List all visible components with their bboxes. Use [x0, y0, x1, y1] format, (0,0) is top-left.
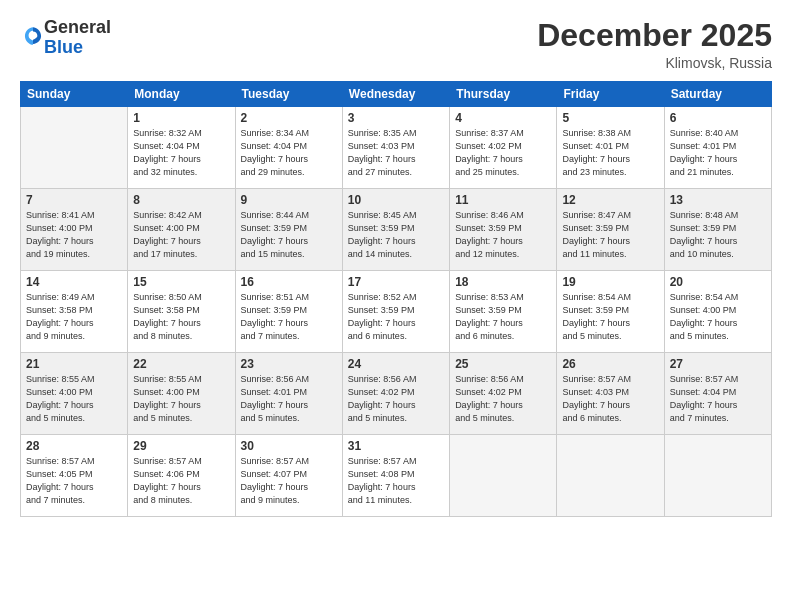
day-number: 11 [455, 193, 551, 207]
col-monday: Monday [128, 82, 235, 107]
day-number: 10 [348, 193, 444, 207]
day-number: 9 [241, 193, 337, 207]
table-row: 2Sunrise: 8:34 AM Sunset: 4:04 PM Daylig… [235, 107, 342, 189]
day-info: Sunrise: 8:34 AM Sunset: 4:04 PM Dayligh… [241, 127, 337, 179]
table-row: 7Sunrise: 8:41 AM Sunset: 4:00 PM Daylig… [21, 189, 128, 271]
col-friday: Friday [557, 82, 664, 107]
day-number: 20 [670, 275, 766, 289]
table-row: 3Sunrise: 8:35 AM Sunset: 4:03 PM Daylig… [342, 107, 449, 189]
table-row: 28Sunrise: 8:57 AM Sunset: 4:05 PM Dayli… [21, 435, 128, 517]
day-info: Sunrise: 8:47 AM Sunset: 3:59 PM Dayligh… [562, 209, 658, 261]
day-number: 31 [348, 439, 444, 453]
day-number: 3 [348, 111, 444, 125]
day-info: Sunrise: 8:45 AM Sunset: 3:59 PM Dayligh… [348, 209, 444, 261]
day-number: 15 [133, 275, 229, 289]
day-info: Sunrise: 8:49 AM Sunset: 3:58 PM Dayligh… [26, 291, 122, 343]
day-number: 29 [133, 439, 229, 453]
day-info: Sunrise: 8:56 AM Sunset: 4:02 PM Dayligh… [348, 373, 444, 425]
day-number: 26 [562, 357, 658, 371]
day-number: 22 [133, 357, 229, 371]
day-info: Sunrise: 8:54 AM Sunset: 3:59 PM Dayligh… [562, 291, 658, 343]
table-row: 1Sunrise: 8:32 AM Sunset: 4:04 PM Daylig… [128, 107, 235, 189]
calendar-week-row: 7Sunrise: 8:41 AM Sunset: 4:00 PM Daylig… [21, 189, 772, 271]
day-number: 16 [241, 275, 337, 289]
table-row: 21Sunrise: 8:55 AM Sunset: 4:00 PM Dayli… [21, 353, 128, 435]
day-info: Sunrise: 8:52 AM Sunset: 3:59 PM Dayligh… [348, 291, 444, 343]
table-row: 25Sunrise: 8:56 AM Sunset: 4:02 PM Dayli… [450, 353, 557, 435]
logo-icon [22, 25, 44, 47]
day-info: Sunrise: 8:56 AM Sunset: 4:01 PM Dayligh… [241, 373, 337, 425]
day-info: Sunrise: 8:44 AM Sunset: 3:59 PM Dayligh… [241, 209, 337, 261]
location: Klimovsk, Russia [537, 55, 772, 71]
table-row: 18Sunrise: 8:53 AM Sunset: 3:59 PM Dayli… [450, 271, 557, 353]
day-info: Sunrise: 8:50 AM Sunset: 3:58 PM Dayligh… [133, 291, 229, 343]
logo-blue-text: Blue [44, 37, 83, 57]
calendar-week-row: 14Sunrise: 8:49 AM Sunset: 3:58 PM Dayli… [21, 271, 772, 353]
table-row: 11Sunrise: 8:46 AM Sunset: 3:59 PM Dayli… [450, 189, 557, 271]
day-number: 19 [562, 275, 658, 289]
table-row: 27Sunrise: 8:57 AM Sunset: 4:04 PM Dayli… [664, 353, 771, 435]
day-info: Sunrise: 8:57 AM Sunset: 4:05 PM Dayligh… [26, 455, 122, 507]
day-info: Sunrise: 8:57 AM Sunset: 4:06 PM Dayligh… [133, 455, 229, 507]
table-row: 23Sunrise: 8:56 AM Sunset: 4:01 PM Dayli… [235, 353, 342, 435]
month-title: December 2025 [537, 18, 772, 53]
table-row: 10Sunrise: 8:45 AM Sunset: 3:59 PM Dayli… [342, 189, 449, 271]
table-row [664, 435, 771, 517]
table-row: 29Sunrise: 8:57 AM Sunset: 4:06 PM Dayli… [128, 435, 235, 517]
logo-general-text: General [44, 17, 111, 37]
title-block: December 2025 Klimovsk, Russia [537, 18, 772, 71]
day-number: 6 [670, 111, 766, 125]
calendar-week-row: 1Sunrise: 8:32 AM Sunset: 4:04 PM Daylig… [21, 107, 772, 189]
day-info: Sunrise: 8:48 AM Sunset: 3:59 PM Dayligh… [670, 209, 766, 261]
table-row: 20Sunrise: 8:54 AM Sunset: 4:00 PM Dayli… [664, 271, 771, 353]
calendar-week-row: 28Sunrise: 8:57 AM Sunset: 4:05 PM Dayli… [21, 435, 772, 517]
header: General Blue December 2025 Klimovsk, Rus… [20, 18, 772, 71]
day-info: Sunrise: 8:42 AM Sunset: 4:00 PM Dayligh… [133, 209, 229, 261]
day-number: 13 [670, 193, 766, 207]
table-row: 17Sunrise: 8:52 AM Sunset: 3:59 PM Dayli… [342, 271, 449, 353]
col-tuesday: Tuesday [235, 82, 342, 107]
day-info: Sunrise: 8:40 AM Sunset: 4:01 PM Dayligh… [670, 127, 766, 179]
day-number: 18 [455, 275, 551, 289]
day-info: Sunrise: 8:41 AM Sunset: 4:00 PM Dayligh… [26, 209, 122, 261]
day-number: 25 [455, 357, 551, 371]
table-row: 31Sunrise: 8:57 AM Sunset: 4:08 PM Dayli… [342, 435, 449, 517]
table-row: 15Sunrise: 8:50 AM Sunset: 3:58 PM Dayli… [128, 271, 235, 353]
table-row: 24Sunrise: 8:56 AM Sunset: 4:02 PM Dayli… [342, 353, 449, 435]
day-number: 17 [348, 275, 444, 289]
col-wednesday: Wednesday [342, 82, 449, 107]
day-info: Sunrise: 8:35 AM Sunset: 4:03 PM Dayligh… [348, 127, 444, 179]
day-number: 14 [26, 275, 122, 289]
table-row: 14Sunrise: 8:49 AM Sunset: 3:58 PM Dayli… [21, 271, 128, 353]
col-saturday: Saturday [664, 82, 771, 107]
day-info: Sunrise: 8:55 AM Sunset: 4:00 PM Dayligh… [26, 373, 122, 425]
day-number: 30 [241, 439, 337, 453]
col-thursday: Thursday [450, 82, 557, 107]
day-info: Sunrise: 8:57 AM Sunset: 4:07 PM Dayligh… [241, 455, 337, 507]
day-number: 2 [241, 111, 337, 125]
day-info: Sunrise: 8:54 AM Sunset: 4:00 PM Dayligh… [670, 291, 766, 343]
day-number: 1 [133, 111, 229, 125]
table-row [557, 435, 664, 517]
calendar-week-row: 21Sunrise: 8:55 AM Sunset: 4:00 PM Dayli… [21, 353, 772, 435]
day-number: 27 [670, 357, 766, 371]
day-number: 24 [348, 357, 444, 371]
table-row: 26Sunrise: 8:57 AM Sunset: 4:03 PM Dayli… [557, 353, 664, 435]
day-info: Sunrise: 8:38 AM Sunset: 4:01 PM Dayligh… [562, 127, 658, 179]
day-number: 12 [562, 193, 658, 207]
day-info: Sunrise: 8:37 AM Sunset: 4:02 PM Dayligh… [455, 127, 551, 179]
table-row: 12Sunrise: 8:47 AM Sunset: 3:59 PM Dayli… [557, 189, 664, 271]
table-row [450, 435, 557, 517]
day-number: 28 [26, 439, 122, 453]
day-info: Sunrise: 8:53 AM Sunset: 3:59 PM Dayligh… [455, 291, 551, 343]
table-row: 30Sunrise: 8:57 AM Sunset: 4:07 PM Dayli… [235, 435, 342, 517]
table-row: 4Sunrise: 8:37 AM Sunset: 4:02 PM Daylig… [450, 107, 557, 189]
col-sunday: Sunday [21, 82, 128, 107]
table-row: 6Sunrise: 8:40 AM Sunset: 4:01 PM Daylig… [664, 107, 771, 189]
day-number: 23 [241, 357, 337, 371]
table-row: 19Sunrise: 8:54 AM Sunset: 3:59 PM Dayli… [557, 271, 664, 353]
day-number: 7 [26, 193, 122, 207]
day-number: 4 [455, 111, 551, 125]
logo: General Blue [20, 18, 111, 58]
day-info: Sunrise: 8:57 AM Sunset: 4:03 PM Dayligh… [562, 373, 658, 425]
